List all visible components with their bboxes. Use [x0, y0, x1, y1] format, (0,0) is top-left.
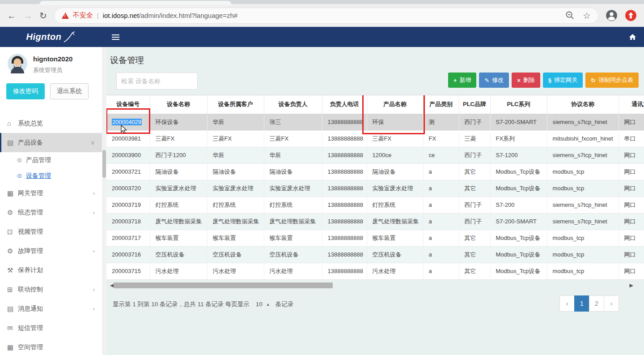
table-cell[interactable]: 空压机设备 — [264, 246, 322, 263]
table-cell[interactable]: 隔油设备 — [150, 163, 207, 180]
table-cell[interactable]: Modbus_Tcp设备 — [490, 230, 547, 246]
table-cell[interactable]: 实验室废水处理 — [150, 180, 207, 197]
table-cell[interactable]: 13888888888 — [322, 246, 367, 263]
table-cell[interactable]: 废气处理数据采集 — [367, 213, 423, 230]
table-cell[interactable]: 13888888888 — [322, 114, 367, 130]
table-cell[interactable]: 200003718 — [106, 213, 150, 230]
table-cell[interactable]: 环保设备 — [150, 114, 207, 130]
table-cell[interactable]: mitsubishi_fxcom_hinet — [547, 130, 619, 147]
table-cell[interactable]: 1200ce — [367, 147, 423, 163]
column-header[interactable]: 设备名称 — [150, 95, 207, 114]
table-cell[interactable]: 200003717 — [106, 230, 150, 246]
page-size-value[interactable]: 10 — [256, 301, 263, 308]
sidebar-item-product-device[interactable]: ▤产品设备∨ — [0, 133, 102, 152]
sidebar-subitem-product-management[interactable]: ⊙产品管理 — [0, 152, 102, 168]
hignton-logo[interactable]: Hignton — [0, 31, 102, 43]
table-row[interactable]: 200003720实验室废水处理实验室废水处理实验室废水处理1388888888… — [106, 180, 644, 197]
table-row[interactable]: 200004029环保设备华辰张三13888888888环保测西门子S7-200… — [106, 114, 644, 130]
table-cell[interactable]: 13888888888 — [322, 130, 367, 147]
table-cell[interactable]: 空压机设备 — [367, 246, 423, 263]
table-cell[interactable]: 13888888888 — [322, 213, 367, 230]
table-cell[interactable]: 其它 — [459, 246, 490, 263]
zoom-out-icon[interactable] — [565, 11, 575, 20]
table-cell[interactable]: 隔油设备 — [367, 163, 423, 180]
column-header[interactable]: 设备编号 — [106, 95, 150, 114]
column-header[interactable]: 通讯方式 — [619, 95, 644, 114]
table-cell[interactable]: 污水处理 — [367, 263, 423, 279]
column-header[interactable]: 产品类别 — [423, 95, 459, 114]
table-cell[interactable]: 隔油设备 — [264, 163, 322, 180]
column-header[interactable]: 负责人电话 — [322, 95, 367, 114]
sidebar-item-maintenance-plan[interactable]: ⚒保养计划 — [0, 261, 102, 280]
page-next-button[interactable]: › — [604, 295, 619, 312]
table-cell[interactable]: 200003900 — [106, 147, 150, 163]
table-cell[interactable]: siemens_s7tcp_hinet — [547, 197, 619, 213]
force-sync-button[interactable]: ↻强制同步点表 — [585, 73, 639, 88]
security-warning[interactable]: 不安全 — [73, 11, 93, 20]
table-cell[interactable]: 空压机设备 — [150, 246, 207, 263]
sidebar-item-fault-management[interactable]: ⚙故障管理‹ — [0, 241, 102, 261]
sidebar-subitem-device-management[interactable]: ⊙设备管理 — [0, 168, 102, 184]
table-cell[interactable]: S7-1200 — [490, 147, 547, 163]
table-cell[interactable]: a — [423, 163, 459, 180]
table-cell[interactable]: siemens_s7tcp_hinet — [547, 147, 619, 163]
table-cell[interactable]: 华辰 — [207, 114, 264, 130]
column-header[interactable]: 协议名称 — [547, 95, 619, 114]
sidebar-item-video-management[interactable]: ⊡视频管理 — [0, 222, 102, 241]
delete-button[interactable]: ×删除 — [512, 73, 540, 88]
page-button-1[interactable]: 1 — [574, 295, 589, 312]
table-cell[interactable]: 网口 — [619, 213, 644, 230]
table-cell[interactable]: FX — [423, 130, 459, 147]
home-icon[interactable] — [628, 33, 637, 41]
column-header[interactable]: 设备所属客户 — [207, 95, 264, 114]
add-button[interactable]: +新增 — [448, 73, 477, 88]
table-cell[interactable]: 猴车装置 — [150, 230, 207, 246]
table-cell[interactable]: 200003719 — [106, 197, 150, 213]
table-cell[interactable]: 三菱FX — [207, 130, 264, 147]
warning-icon[interactable]: ! — [62, 13, 69, 19]
table-cell[interactable]: 实验室废水处理 — [367, 180, 423, 197]
back-icon[interactable]: ← — [7, 11, 16, 20]
sidebar-item-system-overview[interactable]: ⌂系统总览 — [0, 114, 102, 133]
table-cell[interactable]: 网口 — [619, 180, 644, 197]
table-cell[interactable]: 实验室废水处理 — [207, 180, 264, 197]
table-cell[interactable]: 其它 — [459, 163, 490, 180]
table-cell[interactable]: 张三 — [264, 114, 322, 130]
table-cell[interactable]: 200003716 — [106, 246, 150, 263]
change-password-button[interactable]: 修改密码 — [6, 83, 45, 99]
table-cell[interactable]: S7-200-SMART — [490, 213, 547, 230]
table-row[interactable]: 200003717猴车装置猴车装置猴车装置13888888888猴车装置a其它M… — [106, 230, 644, 246]
bookmark-star-icon[interactable]: ☆ — [583, 10, 591, 21]
table-cell[interactable]: 串口 — [619, 130, 644, 147]
table-cell[interactable]: 华辰 — [264, 147, 322, 163]
table-cell[interactable]: 灯控系统 — [150, 197, 207, 213]
table-cell[interactable]: 猴车装置 — [264, 230, 322, 246]
table-cell[interactable]: 隔油设备 — [207, 163, 264, 180]
table-cell[interactable]: 13888888888 — [322, 163, 367, 180]
sidebar-item-message-notification[interactable]: ▤消息通知‹ — [0, 299, 102, 318]
table-cell[interactable]: siemens_s7tcp_hinet — [547, 114, 619, 130]
table-cell[interactable]: 废气处理数据采集 — [207, 213, 264, 230]
table-row[interactable]: 200003721隔油设备隔油设备隔油设备13888888888隔油设备a其它M… — [106, 163, 644, 180]
table-cell[interactable]: ce — [423, 147, 459, 163]
horizontal-scrollbar[interactable]: ◀ ▶ — [106, 282, 644, 289]
table-cell[interactable]: 西门子 — [459, 114, 490, 130]
profile-avatar-icon[interactable] — [606, 9, 618, 21]
table-cell[interactable]: 网口 — [619, 114, 644, 130]
table-cell[interactable]: a — [423, 230, 459, 246]
table-row[interactable]: 200003719灯控系统灯控系统灯控系统13888888888灯控系统a西门子… — [106, 197, 644, 213]
table-cell[interactable]: S7-200 — [490, 197, 547, 213]
table-cell[interactable]: 200003721 — [106, 163, 150, 180]
sidebar-item-linkage-control[interactable]: ⊞联动控制‹ — [0, 280, 102, 299]
table-cell[interactable]: a — [423, 197, 459, 213]
address-bar[interactable]: ! 不安全 | iot.idosp.net/admin/index.html?l… — [54, 8, 598, 24]
table-cell[interactable]: 其它 — [459, 230, 490, 246]
table-cell[interactable]: 200003981 — [106, 130, 150, 147]
column-header[interactable]: 设备负责人 — [264, 95, 322, 114]
search-input[interactable] — [116, 73, 198, 90]
table-cell[interactable]: 废气处理数据采集 — [264, 213, 322, 230]
sidebar-scrollbar-thumb[interactable] — [102, 150, 106, 178]
forward-icon[interactable]: → — [23, 11, 32, 20]
table-cell[interactable]: modbus_tcp — [547, 263, 619, 279]
table-cell[interactable]: 华辰 — [207, 147, 264, 163]
